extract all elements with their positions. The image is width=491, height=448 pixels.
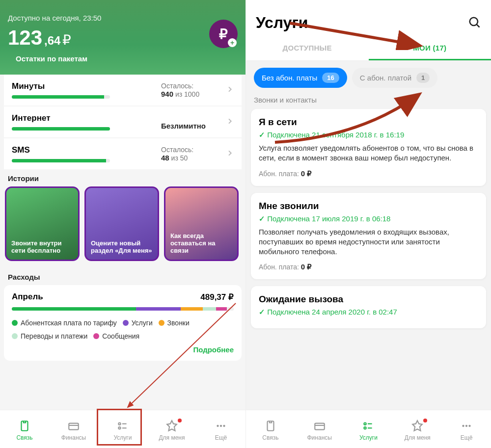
- pkg-title: Интернет: [12, 113, 155, 123]
- tab-connection[interactable]: Связь: [0, 420, 49, 441]
- tab-services[interactable]: Услуги: [98, 420, 147, 441]
- exp-legend: Абонентская плата по тарифу Услуги Звонк…: [12, 316, 234, 343]
- svg-point-7: [470, 17, 478, 25]
- svg-point-2: [118, 422, 120, 424]
- subtabs: ДОСТУПНЫЕ МОИ (17): [246, 37, 491, 61]
- svc-status: Подключена 24 апреля 2020 г. в 02:47: [259, 308, 478, 316]
- tab-finance[interactable]: Финансы: [49, 420, 98, 441]
- chevron-right-icon: [226, 117, 234, 127]
- svc-description: Позволяет получать уведомления о входящи…: [259, 227, 478, 257]
- chip-label: С абон. платой: [360, 74, 411, 82]
- pkg-remaining: Безлимитно: [161, 114, 220, 130]
- tab-connection[interactable]: Связь: [246, 420, 295, 441]
- svc-status: Подключена 17 июля 2019 г. в 06:18: [259, 214, 478, 223]
- subtab-available[interactable]: ДОСТУПНЫЕ: [246, 37, 369, 60]
- svc-fee: Абон. плата: 0 ₽: [259, 263, 478, 271]
- notification-dot-icon: [423, 419, 427, 422]
- stories-label: Истории: [8, 174, 238, 183]
- exp-month: Апрель: [12, 292, 43, 302]
- tab-more[interactable]: Ещё: [442, 420, 491, 441]
- svc-title: Мне звонили: [259, 201, 478, 211]
- svg-rect-1: [69, 423, 79, 429]
- tab-finance[interactable]: Финансы: [295, 420, 344, 441]
- chip-count: 16: [322, 73, 339, 83]
- expenses-card[interactable]: Апрель 489,37 ₽ Абонентская плата по тар…: [4, 285, 242, 361]
- package-minutes[interactable]: Минуты Осталось:940 из 1000: [4, 75, 242, 105]
- pkg-remaining: Осталось:940 из 1000: [161, 82, 220, 98]
- chip-count: 1: [416, 73, 430, 83]
- packages-label: Остатки по пакетам: [16, 54, 230, 63]
- ruble-sign: ₽: [62, 32, 71, 48]
- pkg-title: SMS: [12, 145, 155, 155]
- topup-button[interactable]: ₽: [209, 20, 238, 48]
- tabbar: Связь Финансы Услуги Для меня Ещё: [0, 410, 246, 448]
- svg-point-3: [118, 427, 120, 429]
- svc-status: Подключена 21 сентября 2018 г. в 16:19: [259, 131, 478, 139]
- svg-point-13: [465, 424, 467, 426]
- pkg-title: Минуты: [12, 81, 155, 91]
- tabbar: Связь Финансы Услуги Для меня Ещё: [246, 410, 491, 448]
- svg-point-11: [364, 427, 366, 429]
- pkg-remaining: Осталось:48 из 50: [161, 146, 220, 162]
- svc-description: Услуга позволяет уведомлять абонентов о …: [259, 143, 478, 163]
- svg-point-4: [217, 424, 218, 426]
- svg-point-14: [468, 424, 470, 426]
- svc-title: Ожидание вызова: [259, 294, 478, 305]
- svg-point-6: [223, 424, 225, 426]
- screen-services: Услуги ДОСТУПНЫЕ МОИ (17) Без абон. плат…: [246, 0, 491, 448]
- page-title: Услуги: [256, 14, 308, 32]
- chip-label: Без абон. платы: [262, 74, 317, 82]
- chevron-right-icon: [226, 149, 234, 159]
- tab-services[interactable]: Услуги: [344, 420, 393, 441]
- exp-bar: [12, 307, 234, 311]
- package-sms[interactable]: SMS Осталось:48 из 50: [4, 138, 242, 169]
- balance-whole: 123: [8, 26, 42, 50]
- story-text: Оцените новый раздел «Для меня»: [91, 240, 153, 255]
- stories-row: Звоните внутри сети бесплатно Оцените но…: [0, 186, 246, 268]
- svc-fee: Абон. плата: 0 ₽: [259, 169, 478, 178]
- subtab-my[interactable]: МОИ (17): [369, 37, 491, 60]
- exp-total: 489,37 ₽: [200, 292, 234, 302]
- svg-rect-9: [315, 423, 325, 429]
- service-card[interactable]: Я в сети Подключена 21 сентября 2018 г. …: [251, 109, 486, 186]
- service-card[interactable]: Ожидание вызова Подключена 24 апреля 202…: [251, 286, 486, 328]
- story-card[interactable]: Как всегда оставаться на связи: [164, 186, 239, 261]
- svg-point-10: [364, 422, 366, 424]
- chip-no-fee[interactable]: Без абон. платы 16: [254, 68, 347, 88]
- tab-forme[interactable]: Для меня: [147, 420, 196, 441]
- search-button[interactable]: [467, 15, 481, 31]
- tab-more[interactable]: Ещё: [196, 420, 246, 441]
- available-label: Доступно на сегодня, 23:50: [8, 14, 238, 22]
- story-card[interactable]: Звоните внутри сети бесплатно: [5, 186, 80, 261]
- balance-value[interactable]: 123 ,64 ₽: [8, 26, 238, 50]
- story-text: Как всегда оставаться на связи: [170, 233, 232, 255]
- notification-dot-icon: [178, 419, 182, 422]
- filter-chips: Без абон. платы 16 С абон. платой 1: [246, 61, 491, 93]
- balance-header: Доступно на сегодня, 23:50 123 ,64 ₽ ₽ О…: [0, 0, 246, 75]
- section-calls: Звонки и контакты: [254, 96, 483, 104]
- more-link[interactable]: Подробнее: [12, 345, 234, 354]
- svg-point-5: [220, 424, 222, 426]
- screen-home: Доступно на сегодня, 23:50 123 ,64 ₽ ₽ О…: [0, 0, 246, 448]
- service-card[interactable]: Мне звонили Подключена 17 июля 2019 г. в…: [251, 193, 486, 280]
- story-text: Звоните внутри сети бесплатно: [11, 240, 73, 255]
- svg-point-12: [462, 424, 464, 426]
- chip-with-fee[interactable]: С абон. платой 1: [352, 68, 437, 88]
- svc-title: Я в сети: [259, 117, 478, 128]
- tab-forme[interactable]: Для меня: [393, 420, 442, 441]
- chevron-right-icon: [226, 85, 234, 95]
- package-internet[interactable]: Интернет Безлимитно: [4, 106, 242, 137]
- balance-cents: ,64: [44, 34, 60, 48]
- expenses-label: Расходы: [8, 273, 238, 281]
- story-card[interactable]: Оцените новый раздел «Для меня»: [84, 186, 159, 261]
